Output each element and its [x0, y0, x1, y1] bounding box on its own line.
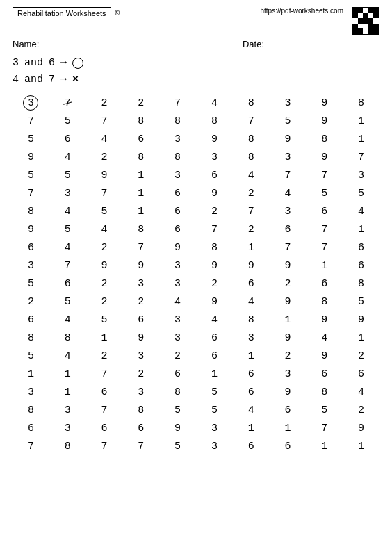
grid-cell: 5 [159, 437, 196, 455]
grid-cell: 4 [196, 94, 233, 112]
date-label: Date: [243, 39, 264, 49]
grid-cell: 8 [306, 383, 343, 401]
grid-cell: 6 [306, 275, 343, 293]
grid-cell: 1 [49, 365, 86, 383]
grid-cell: 9 [270, 130, 307, 148]
grid-cell: 6 [233, 275, 270, 293]
grid-cell: 4 [49, 202, 86, 220]
page: Rehabilitation Worksheets © https://pdf-… [0, 0, 392, 556]
grid-cell: 6 [196, 329, 233, 347]
grid-cell: 9 [159, 238, 196, 256]
grid-cell: 4 [196, 311, 233, 329]
qr-code [352, 7, 379, 35]
grid-cell: 9 [343, 419, 379, 437]
grid-cell: 3 [13, 383, 49, 401]
grid-cell: 3 [122, 383, 159, 401]
header-left: Rehabilitation Worksheets © [13, 7, 120, 19]
grid-cell: 7 [49, 94, 86, 112]
grid-cell: 5 [270, 112, 307, 130]
inst-row-2: 4 and 7 → × [13, 72, 379, 88]
grid-cell: 3 [159, 329, 196, 347]
grid-cell: 3 [159, 166, 196, 184]
instructions: 3 and 6 → 4 and 7 → × [13, 55, 379, 88]
grid-cell: 4 [49, 238, 86, 256]
grid-cell: 9 [306, 347, 343, 365]
grid-cell: 2 [270, 275, 307, 293]
grid-cell: 9 [86, 166, 123, 184]
grid-cell: 3 [233, 329, 270, 347]
grid-cell: 9 [196, 293, 233, 311]
grid-cell: 1 [343, 130, 379, 148]
grid-cell: 9 [270, 329, 307, 347]
grid-cell: 8 [122, 401, 159, 419]
grid-cell: 9 [196, 256, 233, 275]
grid-cell: 6 [233, 383, 270, 401]
grid-cell: 8 [13, 401, 49, 419]
grid-cell: 1 [233, 419, 270, 437]
grid-cell: 8 [343, 275, 379, 293]
name-underline[interactable] [43, 40, 154, 49]
grid-cell: 2 [196, 275, 233, 293]
date-underline[interactable] [268, 40, 379, 49]
grid-cell: 3 [270, 148, 307, 166]
grid-cell: 7 [49, 256, 86, 275]
name-label: Name: [13, 39, 39, 49]
grid-cell: 7 [13, 437, 49, 455]
grid-cell: 3 [122, 347, 159, 365]
grid-cell: 8 [233, 94, 270, 112]
grid-cell: 6 [122, 130, 159, 148]
grid-cell: 9 [196, 184, 233, 202]
grid-cell: 9 [196, 130, 233, 148]
grid-cell: 2 [86, 148, 123, 166]
grid-cell: 7 [270, 166, 307, 184]
grid-cell: 4 [233, 401, 270, 419]
grid-cell: 8 [49, 437, 86, 455]
grid-cell: 9 [159, 419, 196, 437]
name-date-row: Name: Date: [13, 39, 379, 49]
inst-word-2: and [24, 72, 43, 88]
grid-cell: 6 [196, 166, 233, 184]
grid-cell: 5 [13, 166, 49, 184]
grid-cell: 5 [49, 293, 86, 311]
grid-cell: 8 [306, 293, 343, 311]
grid-cell: 4 [306, 329, 343, 347]
grid-cell: 2 [122, 365, 159, 383]
grid-cell: 8 [343, 94, 379, 112]
circle-symbol [72, 58, 83, 69]
grid-cell: 4 [343, 202, 379, 220]
x-symbol: × [72, 72, 79, 88]
grid-cell: 3 [159, 256, 196, 275]
grid-cell: 3 [49, 184, 86, 202]
grid-cell: 4 [49, 311, 86, 329]
grid-cell: 4 [86, 220, 123, 238]
grid-cell: 4 [159, 293, 196, 311]
inst-arrow-1: → [60, 55, 67, 72]
grid-cell: 3 [270, 94, 307, 112]
grid-cell: 8 [122, 148, 159, 166]
grid-cell: 5 [343, 184, 379, 202]
header: Rehabilitation Worksheets © https://pdf-… [13, 7, 379, 35]
grid-cell: 5 [306, 184, 343, 202]
grid-cell: 3 [159, 275, 196, 293]
name-field: Name: [13, 39, 154, 49]
grid-cell: 8 [122, 220, 159, 238]
grid-cell: 9 [233, 256, 270, 275]
grid-cell: 3 [196, 148, 233, 166]
grid-cell: 6 [49, 130, 86, 148]
grid-cell: 1 [343, 437, 379, 455]
grid-cell: 5 [196, 401, 233, 419]
inst-word-1: and [24, 55, 43, 72]
grid-cell: 8 [306, 130, 343, 148]
grid-cell: 1 [343, 220, 379, 238]
grid-cell: 6 [49, 275, 86, 293]
grid-cell: 7 [86, 365, 123, 383]
grid-cell: 3 [196, 419, 233, 437]
grid-cell: 3 [270, 365, 307, 383]
grid-cell: 6 [270, 220, 307, 238]
grid-cell: 4 [86, 130, 123, 148]
grid-cell: 6 [13, 419, 49, 437]
grid-cell: 2 [122, 293, 159, 311]
grid-cell: 6 [306, 202, 343, 220]
grid-cell: 5 [196, 383, 233, 401]
grid-cell: 4 [233, 293, 270, 311]
